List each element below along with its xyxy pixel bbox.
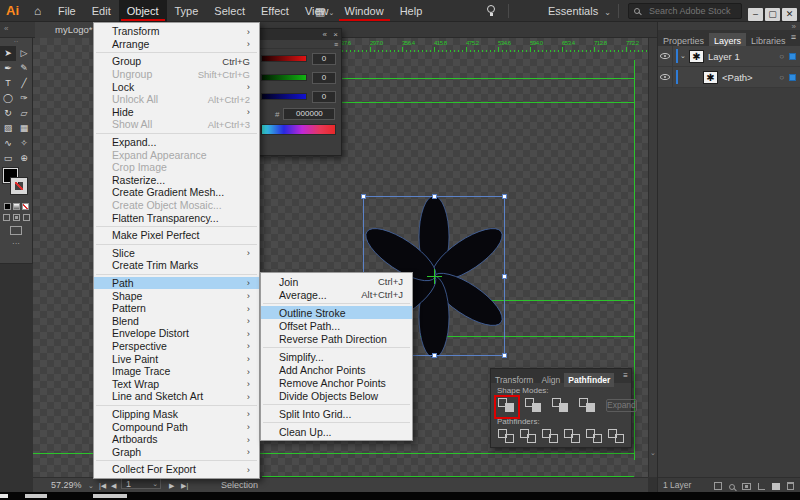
bbox-handle[interactable]	[432, 353, 437, 358]
object-menu-item-expand[interactable]: Expand...	[94, 136, 259, 149]
panel-menu-icon[interactable]: ≡	[334, 40, 338, 49]
pen-tool[interactable]: ✒	[0, 61, 16, 76]
edit-toolbar-icon[interactable]: ···	[0, 239, 32, 248]
green-slider[interactable]	[261, 74, 307, 81]
menu-effect[interactable]: Effect	[253, 0, 297, 22]
object-menu-item-compound-path[interactable]: Compound Path›	[94, 420, 259, 433]
object-menu-item-clipping-mask[interactable]: Clipping Mask›	[94, 408, 259, 421]
object-menu-item-pattern[interactable]: Pattern›	[94, 302, 259, 315]
layer-thumbnail[interactable]: ✱	[703, 71, 718, 84]
intersect-icon[interactable]	[552, 398, 568, 412]
last-artboard-icon[interactable]: ▶|	[181, 478, 188, 493]
menu-edit[interactable]: Edit	[84, 0, 119, 22]
object-menu-item-path[interactable]: Path›	[94, 277, 259, 290]
pathfinder-menu-icon[interactable]: ≡	[623, 369, 628, 383]
zoom-tool[interactable]: ⊕	[16, 151, 32, 166]
menu-select[interactable]: Select	[206, 0, 253, 22]
object-menu-item-flatten-transparency[interactable]: Flatten Transparency...	[94, 211, 259, 224]
object-menu-item-line-and-sketch-art[interactable]: Line and Sketch Art›	[94, 390, 259, 403]
target-circle-icon[interactable]: ○	[779, 73, 784, 82]
object-menu-item-lock[interactable]: Lock›	[94, 80, 259, 93]
tab-pathfinder[interactable]: Pathfinder	[564, 373, 614, 387]
paintbrush-tool[interactable]: ✑	[16, 91, 32, 106]
toolbar-grip-icon[interactable]: ··	[0, 38, 32, 46]
object-menu-item-arrange[interactable]: Arrange›	[94, 38, 259, 51]
object-menu-item-create-gradient-mesh[interactable]: Create Gradient Mesh...	[94, 186, 259, 199]
new-layer-icon[interactable]	[772, 483, 780, 490]
outline-icon[interactable]	[586, 429, 602, 443]
object-menu-item-create-trim-marks[interactable]: Create Trim Marks	[94, 259, 259, 272]
path-submenu-item-simplify[interactable]: Simplify...	[261, 350, 412, 363]
stroke-swatch-none[interactable]	[11, 178, 27, 194]
path-submenu-item-divide-objects-below[interactable]: Divide Objects Below	[261, 389, 412, 402]
expand-chevron-icon[interactable]: ⌄	[680, 52, 689, 60]
layer-name[interactable]: <Path>	[722, 72, 779, 83]
object-menu-item-artboards[interactable]: Artboards›	[94, 433, 259, 446]
object-menu-item-rasterize[interactable]: Rasterize...	[94, 174, 259, 187]
object-menu-item-blend[interactable]: Blend›	[94, 314, 259, 327]
visibility-eye-icon[interactable]	[660, 53, 670, 59]
home-icon[interactable]: ⌂	[34, 0, 41, 22]
new-sublayer-icon[interactable]	[758, 483, 765, 490]
object-menu-item-text-wrap[interactable]: Text Wrap›	[94, 377, 259, 390]
make-mask-icon[interactable]	[742, 483, 751, 490]
none-button[interactable]	[22, 203, 29, 210]
vertical-scrollbar[interactable]: ⌄	[648, 38, 657, 477]
object-menu-item-image-trace[interactable]: Image Trace›	[94, 365, 259, 378]
object-menu-item-collect-for-export[interactable]: Collect For Export›	[94, 463, 259, 476]
search-box[interactable]	[628, 3, 742, 19]
tab-transform[interactable]: Transform	[491, 373, 537, 387]
menu-help[interactable]: Help	[392, 0, 431, 22]
path-submenu-item-average[interactable]: Average...Alt+Ctrl+J	[261, 288, 412, 301]
maximize-button[interactable]: ▢	[765, 8, 780, 21]
menu-object[interactable]: Object	[119, 0, 167, 22]
zoom-chevron-icon[interactable]: ⌄	[88, 478, 94, 493]
trim-icon[interactable]	[520, 429, 536, 443]
path-submenu-item-join[interactable]: JoinCtrl+J	[261, 275, 412, 288]
bbox-handle[interactable]	[502, 274, 507, 279]
object-menu-item-transform[interactable]: Transform›	[94, 25, 259, 38]
object-menu-item-envelope-distort[interactable]: Envelope Distort›	[94, 327, 259, 340]
red-slider[interactable]	[261, 55, 307, 62]
screen-mode-button[interactable]	[10, 226, 22, 235]
layer-name[interactable]: Layer 1	[708, 51, 779, 62]
color-button[interactable]	[4, 203, 11, 210]
object-menu-item-slice[interactable]: Slice›	[94, 247, 259, 260]
layer-row[interactable]: ⌄✱Layer 1○	[658, 46, 800, 67]
menu-type[interactable]: Type	[167, 0, 207, 22]
panel-close-icon[interactable]: ×	[333, 30, 338, 39]
line-tool[interactable]: ╱	[16, 76, 32, 91]
path-submenu-item-split-into-grid[interactable]: Split Into Grid...	[261, 407, 412, 420]
next-artboard-icon[interactable]: ▶	[169, 478, 174, 493]
direct-selection-tool[interactable]: ▷	[16, 46, 32, 61]
curvature-tool[interactable]: ✎	[16, 61, 32, 76]
blue-value-field[interactable]: 0	[312, 91, 336, 103]
selection-tool[interactable]: ➤	[0, 46, 16, 61]
mesh-tool[interactable]: ▦	[16, 121, 32, 136]
ellipse-tool[interactable]: ◯	[0, 91, 16, 106]
layer-thumbnail[interactable]: ✱	[689, 50, 704, 63]
color-spectrum-bar[interactable]	[261, 124, 336, 135]
delete-icon[interactable]	[787, 482, 794, 490]
bbox-handle[interactable]	[361, 194, 366, 199]
object-menu-item-graph[interactable]: Graph›	[94, 445, 259, 458]
exclude-icon[interactable]	[579, 398, 595, 412]
bbox-handle[interactable]	[502, 353, 507, 358]
scale-tool[interactable]: ▱	[16, 106, 32, 121]
artboard-tool[interactable]: ▭	[0, 151, 16, 166]
green-value-field[interactable]: 0	[312, 72, 336, 84]
path-submenu-item-clean-up[interactable]: Clean Up...	[261, 425, 412, 438]
path-submenu-item-reverse-path-direction[interactable]: Reverse Path Direction	[261, 332, 412, 345]
object-menu-item-live-paint[interactable]: Live Paint›	[94, 352, 259, 365]
tab-align[interactable]: Align	[537, 373, 564, 387]
menu-window[interactable]: Window	[337, 0, 392, 22]
first-artboard-icon[interactable]: |◀	[99, 478, 106, 493]
object-menu-item-make-pixel-perfect[interactable]: Make Pixel Perfect	[94, 229, 259, 242]
minus-back-icon[interactable]	[608, 429, 624, 443]
prev-artboard-icon[interactable]: ◀	[111, 478, 116, 493]
draw-behind-button[interactable]	[13, 214, 20, 221]
hex-value-field[interactable]: 000000	[283, 108, 335, 120]
eyedropper-tool[interactable]: ✧	[16, 136, 32, 151]
layers-panel-menu-icon[interactable]: ≡	[791, 32, 796, 42]
width-tool[interactable]: ∿	[0, 136, 16, 151]
